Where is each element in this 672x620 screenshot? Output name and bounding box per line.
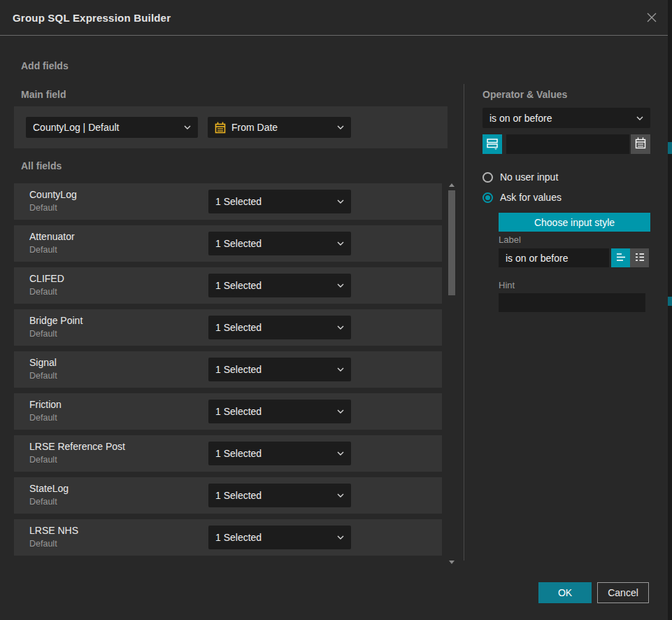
chevron-down-icon — [337, 493, 344, 498]
field-subtitle: Default — [29, 497, 57, 507]
main-field-dataset-select[interactable]: CountyLog | Default — [26, 117, 198, 138]
date-picker-button[interactable] — [631, 134, 650, 154]
field-name: CountyLog — [29, 189, 77, 200]
value-input[interactable] — [506, 134, 629, 154]
field-selection-value: 1 Selected — [215, 238, 333, 249]
field-subtitle: Default — [29, 455, 57, 465]
field-row: CLIFED Default 1 Selected — [14, 267, 442, 304]
field-selection-select[interactable]: 1 Selected — [208, 316, 351, 339]
list-icon — [634, 251, 646, 265]
field-selection-select[interactable]: 1 Selected — [208, 358, 351, 381]
panel-divider — [464, 84, 464, 561]
field-subtitle: Default — [29, 539, 57, 549]
all-fields-list: CountyLog Default 1 Selected Attenuator … — [14, 183, 442, 561]
operator-select-value: is on or before — [489, 113, 632, 124]
chevron-down-icon — [337, 367, 344, 372]
field-name: Attenuator — [29, 231, 75, 242]
scrollbar-thumb[interactable] — [448, 190, 455, 295]
close-button[interactable] — [643, 9, 661, 27]
fields-list-scrollbar[interactable] — [448, 182, 455, 564]
background-accent-mark — [668, 142, 672, 154]
field-selection-value: 1 Selected — [215, 322, 333, 333]
field-name: Bridge Point — [29, 315, 83, 326]
field-subtitle: Default — [29, 203, 57, 213]
field-subtitle: Default — [29, 287, 57, 297]
field-selection-select[interactable]: 1 Selected — [208, 526, 351, 549]
scroll-down-icon[interactable] — [449, 561, 455, 564]
hint-input[interactable] — [499, 293, 645, 312]
field-selection-value: 1 Selected — [215, 490, 333, 501]
unique-values-icon — [486, 137, 499, 152]
field-selection-select[interactable]: 1 Selected — [208, 400, 351, 423]
field-row: StateLog Default 1 Selected — [14, 477, 442, 514]
field-row: Signal Default 1 Selected — [14, 351, 442, 388]
group-sql-expression-builder-dialog: Group SQL Expression Builder Add fields … — [0, 0, 672, 620]
calendar-icon — [635, 137, 646, 151]
field-name: CLIFED — [29, 273, 64, 284]
background-accent-mark — [668, 297, 672, 306]
value-row — [482, 134, 650, 154]
radio-no-user-input-label: No user input — [500, 171, 558, 183]
chevron-down-icon — [337, 241, 344, 246]
field-selection-value: 1 Selected — [215, 364, 333, 375]
unique-values-button[interactable] — [482, 134, 502, 154]
label-field-label: Label — [499, 234, 521, 245]
field-selection-select[interactable]: 1 Selected — [208, 232, 351, 255]
field-row: LRSE Reference Post Default 1 Selected — [14, 435, 442, 472]
field-subtitle: Default — [29, 329, 57, 339]
radio-ask-for-values[interactable]: Ask for values — [482, 192, 562, 203]
background-app-strip — [668, 0, 672, 620]
radio-unchecked-icon — [482, 172, 493, 183]
field-subtitle: Default — [29, 245, 57, 255]
field-subtitle: Default — [29, 371, 57, 381]
cancel-button[interactable]: Cancel — [597, 582, 649, 603]
field-row: Friction Default 1 Selected — [14, 393, 442, 430]
field-row: LRSE NHS Default 1 Selected — [14, 519, 442, 556]
all-fields-heading: All fields — [21, 160, 62, 171]
field-selection-value: 1 Selected — [215, 532, 333, 543]
operator-values-heading: Operator & Values — [482, 89, 567, 100]
field-selection-select[interactable]: 1 Selected — [208, 190, 351, 213]
field-name: LRSE Reference Post — [29, 441, 125, 452]
dataset-select-value: CountyLog | Default — [33, 122, 180, 133]
input-style-list-button[interactable] — [630, 248, 649, 267]
field-subtitle: Default — [29, 413, 57, 423]
field-selection-value: 1 Selected — [215, 448, 333, 459]
main-field-field-select[interactable]: From Date — [208, 117, 351, 138]
chevron-down-icon — [337, 451, 344, 456]
choose-input-style-button[interactable]: Choose input style — [499, 213, 650, 232]
calendar-icon — [215, 122, 226, 134]
field-selection-select[interactable]: 1 Selected — [208, 484, 351, 507]
dialog-title-bar: Group SQL Expression Builder — [0, 0, 668, 36]
operator-select[interactable]: is on or before — [482, 108, 650, 128]
field-select-value: From Date — [231, 122, 333, 133]
radio-ask-for-values-label: Ask for values — [500, 192, 562, 203]
field-row: Bridge Point Default 1 Selected — [14, 309, 442, 346]
field-name: Friction — [29, 399, 62, 410]
chevron-down-icon — [337, 535, 344, 540]
add-fields-heading: Add fields — [21, 60, 69, 71]
close-icon — [646, 12, 657, 25]
field-selection-select[interactable]: 1 Selected — [208, 442, 351, 465]
radio-no-user-input[interactable]: No user input — [482, 171, 558, 183]
field-selection-select[interactable]: 1 Selected — [208, 274, 351, 297]
chevron-down-icon — [636, 116, 643, 120]
ok-button[interactable]: OK — [538, 582, 592, 603]
chevron-down-icon — [337, 199, 344, 204]
input-style-single-button[interactable] — [611, 248, 630, 267]
main-field-box: CountyLog | Default From Date — [14, 106, 448, 148]
field-row: Attenuator Default 1 Selected — [14, 225, 442, 262]
hint-field-label: Hint — [499, 280, 515, 290]
field-row: CountyLog Default 1 Selected — [14, 183, 442, 220]
scroll-up-icon[interactable] — [449, 183, 455, 187]
field-name: LRSE NHS — [29, 525, 78, 536]
field-selection-value: 1 Selected — [215, 406, 333, 417]
main-field-heading: Main field — [21, 89, 66, 100]
chevron-down-icon — [337, 409, 344, 414]
chevron-down-icon — [337, 325, 344, 330]
field-name: StateLog — [29, 483, 69, 494]
field-name: Signal — [29, 357, 57, 368]
label-input[interactable] — [499, 248, 609, 267]
chevron-down-icon — [337, 125, 344, 129]
dialog-title: Group SQL Expression Builder — [0, 12, 171, 24]
